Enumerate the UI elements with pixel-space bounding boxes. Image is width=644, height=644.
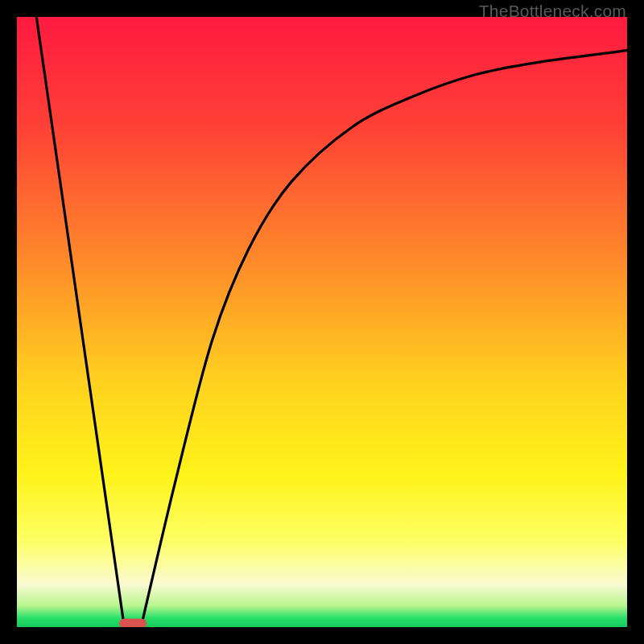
gradient-background [17, 17, 627, 627]
trough-marker [119, 618, 147, 627]
chart-svg [17, 17, 627, 627]
plot-area [17, 17, 627, 627]
chart-frame: TheBottleneck.com [0, 0, 644, 644]
